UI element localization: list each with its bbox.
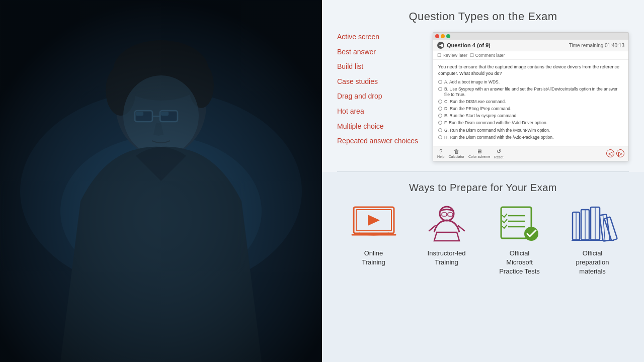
back-button[interactable]: ◀ <box>437 42 444 49</box>
svg-rect-22 <box>448 213 453 216</box>
qt-item-repeated-answer[interactable]: Repeated answer choices <box>337 136 423 146</box>
close-btn <box>435 34 439 38</box>
instructor-icon <box>424 204 469 244</box>
qt-list: Active screen Best answer Build list Cas… <box>337 32 423 146</box>
prepare-item-online: OnlineTraining <box>341 204 407 267</box>
qt-item-hot-area[interactable]: Hot area <box>337 107 423 117</box>
question-number: ◀ Question 4 (of 9) <box>437 42 491 49</box>
footer-icons: ? Help 🗑 Calculator 🖥 Color scheme ↺ <box>437 148 503 159</box>
prepare-title: Ways to Prepare for Your Exam <box>409 182 557 194</box>
content-panel: Question Types on the Exam Active screen… <box>322 0 644 362</box>
mockup-body: You need to ensure that the captured ima… <box>433 60 628 146</box>
prepare-item-practice: OfficialMicrosoftPractice Tests <box>487 204 552 277</box>
radio-f[interactable] <box>438 121 442 125</box>
svg-marker-18 <box>368 215 380 226</box>
reset-icon[interactable]: ↺ Reset <box>494 148 503 159</box>
qt-item-best-answer[interactable]: Best answer <box>337 47 423 57</box>
person-silhouette <box>0 0 322 362</box>
qt-item-case-studies[interactable]: Case studies <box>337 77 423 87</box>
option-h: H. Run the Dism command with the /Add-Pa… <box>438 135 623 140</box>
online-training-label: OnlineTraining <box>362 249 385 267</box>
help-icon[interactable]: ? Help <box>437 148 444 159</box>
exam-mockup: ◀ Question 4 (of 9) Time remaining 01:40… <box>433 32 629 161</box>
question-text: You need to ensure that the captured ima… <box>438 64 623 76</box>
prev-button[interactable]: ◁ <box>606 149 614 157</box>
option-g: G. Run the Dism command with the /Mount-… <box>438 128 623 133</box>
mockup-titlebar <box>433 33 628 40</box>
prepare-item-materials: Officialpreparationmaterials <box>560 204 625 277</box>
minimize-btn <box>441 34 445 38</box>
calculator-icon[interactable]: 🗑 Calculator <box>448 148 464 159</box>
radio-c[interactable] <box>438 100 442 104</box>
question-types-title: Question Types on the Exam <box>337 10 629 23</box>
mockup-footer: ? Help 🗑 Calculator 🖥 Color scheme ↺ <box>433 146 628 161</box>
radio-g[interactable] <box>438 128 442 132</box>
prepare-item-instructor: Instructor-ledTraining <box>414 204 479 267</box>
mockup-header: ◀ Question 4 (of 9) Time remaining 01:40… <box>433 40 628 51</box>
option-f: F. Run the Dism command with the /Add-Dr… <box>438 120 623 126</box>
photo-panel <box>0 0 322 362</box>
materials-label: Officialpreparationmaterials <box>576 249 609 277</box>
qt-item-multiple-choice[interactable]: Multiple choice <box>337 122 423 132</box>
radio-h[interactable] <box>438 135 442 139</box>
svg-rect-39 <box>604 217 617 240</box>
radio-d[interactable] <box>438 107 442 111</box>
laptop-play-icon <box>351 204 396 244</box>
qt-item-drag-drop[interactable]: Drag and drop <box>337 92 423 102</box>
option-c: C. Run the DISM.exe command. <box>438 99 623 105</box>
svg-rect-21 <box>442 213 447 216</box>
footer-nav: ◁ ▷ <box>606 149 624 157</box>
radio-a[interactable] <box>438 80 442 84</box>
question-types-section: Question Types on the Exam Active screen… <box>322 0 644 171</box>
qt-item-build-list[interactable]: Build list <box>337 62 423 72</box>
radio-b[interactable] <box>438 87 442 91</box>
books-icon <box>570 204 615 244</box>
prepare-section: Ways to Prepare for Your Exam <box>322 172 644 362</box>
instructor-label: Instructor-ledTraining <box>428 249 466 267</box>
option-d: D. Run the PEImg /Prep command. <box>438 106 623 112</box>
next-button[interactable]: ▷ <box>616 149 624 157</box>
prepare-icons: OnlineTraining <box>341 204 625 277</box>
radio-e[interactable] <box>438 114 442 118</box>
svg-rect-15 <box>0 0 322 362</box>
qt-item-active-screen[interactable]: Active screen <box>337 32 423 42</box>
maximize-btn <box>446 34 450 38</box>
option-b: B. Use Sysprep with an answer file and s… <box>438 86 623 98</box>
timer: Time remaining 01:40:13 <box>569 43 624 48</box>
practice-tests-label: OfficialMicrosoftPractice Tests <box>499 249 540 277</box>
option-e: E. Run the Start /w sysprep command. <box>438 113 623 119</box>
color-scheme-icon[interactable]: 🖥 Color scheme <box>468 148 490 159</box>
option-a: A. Add a boot image in WDS. <box>438 79 623 85</box>
mockup-checkboxes: ☐ Review later ☐ Comment later <box>433 51 628 60</box>
checklist-icon <box>497 204 542 244</box>
qt-content: Active screen Best answer Build list Cas… <box>337 32 629 161</box>
